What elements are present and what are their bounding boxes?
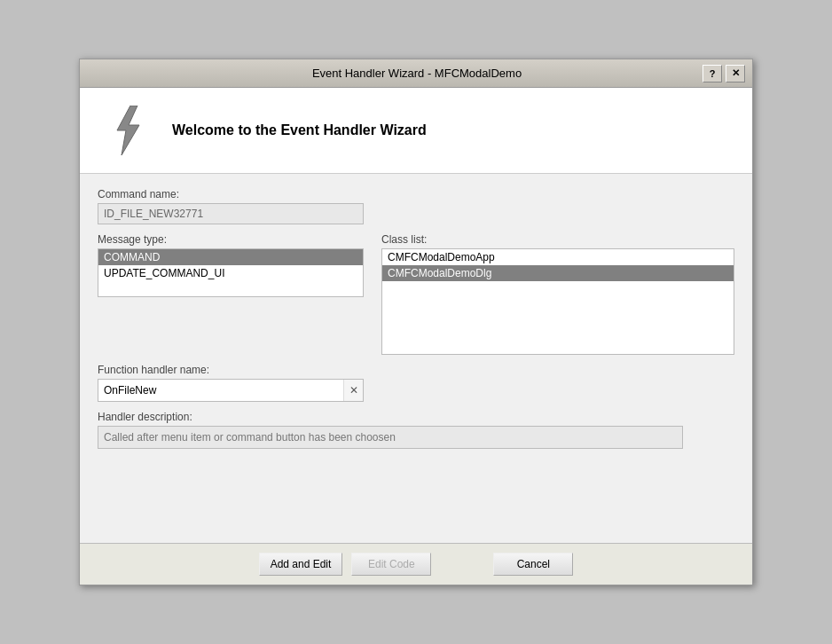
content-section: Command name: Message type: COMMAND UPDA… [80, 174, 752, 543]
svg-marker-0 [117, 106, 139, 155]
wizard-header: Welcome to the Event Handler Wizard [80, 88, 752, 174]
clear-function-handler-button[interactable]: ✕ [343, 380, 363, 401]
add-and-edit-button[interactable]: Add and Edit [259, 553, 343, 576]
wizard-icon [98, 102, 154, 159]
help-button[interactable]: ? [702, 65, 722, 82]
list-item[interactable]: UPDATE_COMMAND_UI [98, 265, 363, 281]
close-button[interactable]: ✕ [726, 65, 745, 82]
list-item[interactable]: CMFCModalDemoApp [382, 249, 734, 265]
class-list-label: Class list: [381, 233, 734, 246]
cancel-button[interactable]: Cancel [493, 553, 573, 576]
dialog-title: Event Handler Wizard - MFCModalDemo [131, 67, 702, 80]
class-list-column: Class list: CMFCModalDemoApp CMFCModalDe… [381, 233, 734, 355]
command-name-input [98, 203, 364, 224]
event-handler-wizard-dialog: Event Handler Wizard - MFCModalDemo ? ✕ … [79, 59, 753, 585]
handler-description-label: Handler description: [98, 411, 734, 423]
wizard-title: Welcome to the Event Handler Wizard [172, 122, 427, 138]
title-bar-buttons: ? ✕ [702, 65, 745, 82]
function-handler-row: Function handler name: ✕ [98, 364, 734, 402]
footer-section: Add and Edit Edit Code Cancel [80, 543, 752, 585]
command-name-row: Command name: [98, 188, 734, 224]
two-column-section: Message type: COMMAND UPDATE_COMMAND_UI … [98, 233, 734, 355]
message-type-label: Message type: [98, 233, 364, 246]
list-item[interactable]: COMMAND [98, 249, 363, 265]
content-spacer [98, 458, 734, 529]
command-name-label: Command name: [98, 188, 734, 200]
list-item[interactable]: CMFCModalDemoDlg [382, 265, 734, 281]
function-handler-input-wrapper: ✕ [98, 379, 364, 402]
message-type-listbox[interactable]: COMMAND UPDATE_COMMAND_UI [98, 248, 364, 297]
handler-description-row: Handler description: [98, 411, 734, 449]
function-handler-label: Function handler name: [98, 364, 734, 376]
message-type-column: Message type: COMMAND UPDATE_COMMAND_UI [98, 233, 364, 355]
edit-code-button[interactable]: Edit Code [351, 553, 431, 576]
handler-description-input [98, 426, 683, 449]
class-list-listbox[interactable]: CMFCModalDemoApp CMFCModalDemoDlg [381, 248, 734, 355]
title-bar: Event Handler Wizard - MFCModalDemo ? ✕ [80, 59, 752, 88]
function-handler-input[interactable] [98, 382, 343, 398]
